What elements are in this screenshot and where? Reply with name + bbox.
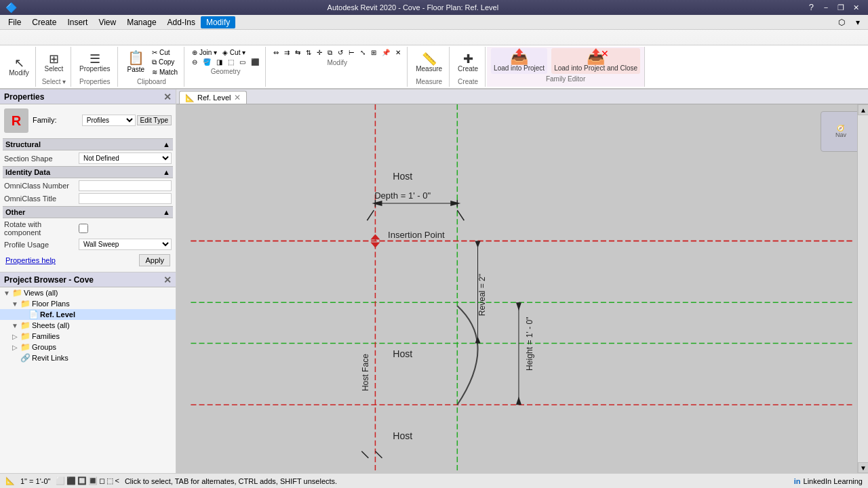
split-button[interactable]: ⊖ [190, 58, 199, 66]
view-tab-ref-level[interactable]: 📐 Ref. Level ✕ [179, 91, 247, 104]
geo5[interactable]: ▭ [237, 58, 248, 66]
join-button[interactable]: ⊕ Join ▾ [190, 48, 219, 57]
mirror-x-button[interactable]: ⇆ [293, 48, 302, 58]
groups-toggle[interactable]: ▷ [11, 344, 19, 351]
nav-cube[interactable]: 🧭Nav [821, 111, 861, 152]
menu-addins[interactable]: Add-Ins [162, 16, 201, 28]
properties-content: R Family: Profiles Edit Type Structural [0, 104, 176, 272]
array-button[interactable]: ⊞ [369, 48, 378, 58]
properties-help-link[interactable]: Properties help [5, 256, 56, 264]
family-select[interactable]: Profiles [82, 115, 136, 126]
structural-expand[interactable]: ▲ [163, 140, 170, 148]
view-icon-3[interactable]: 🔲 [77, 476, 87, 485]
view-icon-5[interactable]: ◻ [99, 476, 105, 485]
load-into-project-close-button[interactable]: 📤 ✕ Load into Project and Close [551, 48, 640, 74]
omniclass-number-value[interactable] [79, 180, 172, 191]
window-controls[interactable]: ? − ❐ ✕ [809, 2, 863, 13]
properties-button[interactable]: ☰ Properties [77, 52, 113, 74]
menu-file[interactable]: File [3, 16, 26, 28]
properties-close[interactable]: ✕ [163, 92, 172, 102]
menu-insert[interactable]: Insert [62, 16, 93, 28]
tree-floor-plans[interactable]: ▼ 📁 Floor Plans [0, 298, 176, 309]
geo6[interactable]: ⬛ [249, 58, 261, 66]
ribbon-group-create: ✚ Create Create [451, 47, 486, 87]
view-icon-7[interactable]: < [115, 476, 119, 485]
copy-button[interactable]: ⧉ Copy [150, 58, 180, 67]
tree-families[interactable]: ▷ 📁 Families [0, 331, 176, 342]
svg-text:Depth = 1' - 0": Depth = 1' - 0" [374, 190, 431, 201]
menu-mode[interactable]: ⬡ [833, 16, 850, 28]
delete-button[interactable]: ✕ [393, 48, 403, 58]
families-toggle[interactable]: ▷ [11, 333, 19, 340]
omniclass-title-value[interactable] [79, 193, 172, 204]
move-button[interactable]: ✛ [315, 48, 324, 58]
tree-revit-links[interactable]: 🔗 Revit Links [0, 352, 176, 363]
view-icon-6[interactable]: ⬚ [106, 476, 113, 485]
rotate-button[interactable]: ↺ [336, 48, 345, 58]
identity-data-expand[interactable]: ▲ [163, 168, 170, 176]
drawing-canvas[interactable]: 人人素材 人人素材 人人素材 人人素材 人人素材 www.rrcg.cn [176, 104, 868, 473]
cut-geo-button[interactable]: ◈ Cut ▾ [220, 48, 248, 57]
menu-dropdown[interactable]: ▾ [850, 16, 865, 28]
profile-usage-select[interactable]: Wall Sweep [79, 239, 172, 250]
match-button[interactable]: ≋ Match [150, 68, 180, 77]
geo4[interactable]: ⬚ [226, 58, 236, 66]
section-shape-select[interactable]: Not Defined [79, 152, 172, 164]
view-icons: ⬜ ⬛ 🔲 🔳 ◻ ⬚ < [56, 476, 119, 485]
mirror-y-button[interactable]: ⇅ [304, 48, 313, 58]
menu-view[interactable]: View [93, 16, 121, 28]
menu-manage[interactable]: Manage [121, 16, 161, 28]
measure-button[interactable]: 📏 Measure [413, 52, 445, 74]
status-right: in LinkedIn Learning [794, 477, 863, 485]
create-button[interactable]: ✚ Create [455, 52, 481, 74]
trim-button[interactable]: ⊢ [347, 48, 357, 58]
sheets-toggle[interactable]: ▼ [11, 322, 19, 329]
select-button[interactable]: ⊞ Select [42, 52, 66, 74]
scroll-down-button[interactable]: ▼ [858, 462, 868, 473]
menu-modify[interactable]: Modify [201, 16, 235, 28]
views-toggle[interactable]: ▼ [3, 289, 11, 297]
other-expand[interactable]: ▲ [163, 208, 170, 216]
unpin-button[interactable]: 📌 [380, 48, 392, 58]
edit-type-button[interactable]: Edit Type [137, 115, 172, 125]
restore-button[interactable]: ❐ [834, 2, 848, 13]
browser-close[interactable]: ✕ [163, 274, 172, 285]
ribbon-group-properties: ☰ Properties Properties [73, 47, 118, 87]
modify-button[interactable]: ↖ Modify [4, 56, 34, 78]
view-tab-close[interactable]: ✕ [234, 93, 241, 102]
help-icon[interactable]: ? [809, 2, 814, 13]
vertical-scrollbar[interactable]: ▲ ▼ [857, 104, 868, 473]
rotate-checkbox[interactable] [79, 224, 88, 233]
modify-group-label: Modify [327, 59, 347, 66]
paint-button[interactable]: 🪣 [201, 58, 213, 66]
scale-button[interactable]: ⤡ [358, 48, 368, 58]
nav-cube-label: 🧭Nav [835, 125, 846, 138]
copy-btn2[interactable]: ⧉ [326, 48, 334, 58]
paste-button[interactable]: 📋Paste [123, 48, 149, 77]
profile-usage-label: Profile Usage [4, 241, 79, 249]
scroll-up-button[interactable]: ▲ [858, 104, 868, 115]
floor-plans-label: Floor Plans [32, 300, 70, 308]
identity-data-section: Identity Data ▲ [3, 166, 173, 178]
align-button[interactable]: ⇔ [271, 48, 281, 58]
svg-text:Host: Host [393, 430, 412, 441]
tree-ref-level[interactable]: 📄 Ref. Level [0, 309, 176, 320]
geo3[interactable]: ◨ [214, 58, 224, 66]
view-icon-2[interactable]: ⬛ [66, 476, 76, 485]
close-button[interactable]: ✕ [849, 2, 863, 13]
identity-data-label: Identity Data [5, 168, 50, 176]
minimize-button[interactable]: − [819, 2, 833, 13]
cut-button[interactable]: ✂ Cut [150, 48, 180, 57]
floor-plans-toggle[interactable]: ▼ [11, 300, 19, 308]
view-icon-1[interactable]: ⬜ [56, 476, 65, 485]
tree-groups[interactable]: ▷ 📁 Groups [0, 342, 176, 352]
offset-button[interactable]: ⇉ [282, 48, 292, 58]
svg-text:Height = 1' - 0": Height = 1' - 0" [525, 317, 534, 370]
scroll-track[interactable] [858, 115, 868, 462]
view-icon-4[interactable]: 🔳 [88, 476, 98, 485]
load-into-project-button[interactable]: 📤 Load into Project [491, 48, 547, 74]
apply-button[interactable]: Apply [139, 254, 170, 266]
tree-sheets[interactable]: ▼ 📁 Sheets (all) [0, 320, 176, 331]
menu-create[interactable]: Create [26, 16, 62, 28]
tree-views-all[interactable]: ▼ 📁 Views (all) [0, 287, 176, 298]
